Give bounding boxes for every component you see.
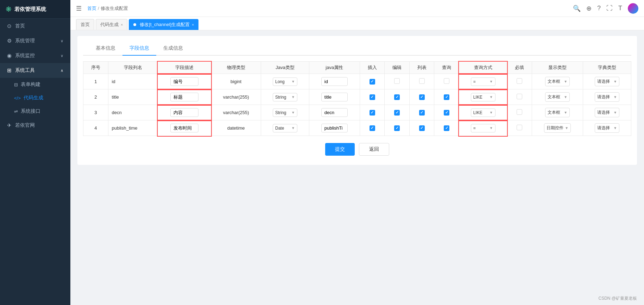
checkbox[interactable] [419,94,425,100]
font-icon[interactable]: T [618,5,622,12]
cell-list[interactable] [409,105,434,120]
cell-edit[interactable] [385,74,410,89]
select[interactable]: 请选择▼ [595,77,619,86]
form-tab-gen[interactable]: 生成信息 [156,42,190,56]
back-button[interactable]: 返回 [359,143,389,156]
cell-dict-type[interactable]: 请选择▼ [583,74,631,89]
select[interactable]: =▼ [471,77,495,86]
avatar[interactable] [628,3,638,14]
tab-code-gen-close[interactable]: × [121,23,123,27]
cell-dict-type[interactable]: 请选择▼ [583,89,631,105]
java-prop-input[interactable] [321,93,348,101]
cell-required[interactable] [507,89,532,105]
tab-modify-config[interactable]: 修改[t_channel]生成配置 × [129,19,198,30]
checkbox[interactable] [370,125,375,131]
cell-display-type[interactable]: 日期控件▼ [532,120,583,136]
checkbox[interactable] [370,110,375,116]
cell-query-mode[interactable]: LIKE▼ [459,89,507,105]
cell-display-type[interactable]: 文本框▼ [532,89,583,105]
checkbox[interactable] [444,78,449,84]
cell-query-mode[interactable]: =▼ [459,74,507,89]
menu-toggle-icon[interactable]: ☰ [76,5,82,12]
cell-query[interactable] [434,105,459,120]
fullscreen-icon[interactable]: ⛶ [606,5,613,12]
sidebar-item-ruoyi[interactable]: ✈ 若依官网 [0,118,70,133]
cell-java-type[interactable]: Long▼ [261,74,309,89]
checkbox[interactable] [444,125,449,131]
field-desc-input[interactable] [170,93,198,101]
sidebar-item-code-gen[interactable]: </> 代码生成 [0,91,70,105]
checkbox[interactable] [394,125,400,131]
sidebar-item-form-builder[interactable]: ⊟ 表单构建 [0,78,70,91]
select[interactable]: 日期控件▼ [544,123,571,133]
breadcrumb-home[interactable]: 首页 [87,5,96,12]
select[interactable]: String▼ [273,93,297,101]
checkbox[interactable] [444,94,449,100]
select[interactable]: LIKE▼ [471,93,495,101]
search-icon[interactable]: 🔍 [573,5,581,12]
cell-list[interactable] [409,89,434,105]
tab-code-gen[interactable]: 代码生成 × [96,19,127,30]
cell-insert[interactable] [360,120,385,136]
checkbox[interactable] [370,79,375,85]
help-icon[interactable]: ? [597,5,601,12]
cell-required[interactable] [507,74,532,89]
select[interactable]: LIKE▼ [471,108,495,117]
cell-query-mode[interactable]: LIKE▼ [459,105,507,120]
cell-insert[interactable] [360,89,385,105]
checkbox[interactable] [517,125,522,130]
select[interactable]: 文本框▼ [545,108,570,117]
form-tab-basic[interactable]: 基本信息 [89,42,122,56]
cell-query[interactable] [434,89,459,105]
cell-insert[interactable] [360,74,385,89]
sidebar-item-monitor[interactable]: ◉ 系统监控 ∨ [0,48,70,63]
checkbox[interactable] [394,94,400,100]
select[interactable]: 请选择▼ [595,123,619,133]
sidebar-item-system-api[interactable]: ⇌ 系统接口 [0,105,70,118]
select[interactable]: 请选择▼ [595,92,619,102]
cell-display-type[interactable]: 文本框▼ [532,105,583,120]
cell-edit[interactable] [385,105,410,120]
checkbox[interactable] [419,78,425,84]
checkbox[interactable] [370,94,375,100]
java-prop-input[interactable] [321,77,348,86]
checkbox[interactable] [419,125,425,131]
select[interactable]: Long▼ [273,77,297,86]
cell-edit[interactable] [385,120,410,136]
cell-edit[interactable] [385,89,410,105]
cell-insert[interactable] [360,105,385,120]
field-desc-input[interactable] [170,108,198,117]
sidebar-item-system[interactable]: ⚙ 系统管理 ∨ [0,33,70,48]
checkbox[interactable] [517,109,522,115]
cell-dict-type[interactable]: 请选择▼ [583,120,631,136]
field-desc-input[interactable] [170,124,198,132]
cell-required[interactable] [507,120,532,136]
sidebar-item-home[interactable]: ⊙ 首页 [0,19,70,33]
cell-query-mode[interactable]: =▼ [459,120,507,136]
sidebar-item-tools[interactable]: ⊞ 系统工具 ∧ [0,63,70,78]
tab-modify-config-close[interactable]: × [192,23,194,27]
select[interactable]: Date▼ [273,124,297,132]
cell-java-type[interactable]: String▼ [261,105,309,120]
checkbox[interactable] [419,110,425,116]
cell-java-type[interactable]: String▼ [261,89,309,105]
select[interactable]: 请选择▼ [595,108,619,117]
field-desc-input[interactable] [170,77,198,86]
tab-home[interactable]: 首页 [76,19,94,30]
select[interactable]: String▼ [273,108,297,117]
cell-display-type[interactable]: 文本框▼ [532,74,583,89]
submit-button[interactable]: 提交 [325,143,355,156]
cell-list[interactable] [409,120,434,136]
checkbox[interactable] [517,78,522,84]
github-icon[interactable]: ⊕ [586,5,592,12]
checkbox[interactable] [517,94,522,99]
checkbox[interactable] [394,110,400,116]
cell-query[interactable] [434,120,459,136]
select[interactable]: 文本框▼ [545,77,570,86]
cell-required[interactable] [507,105,532,120]
cell-list[interactable] [409,74,434,89]
checkbox[interactable] [444,110,449,116]
cell-dict-type[interactable]: 请选择▼ [583,105,631,120]
java-prop-input[interactable] [321,108,348,117]
select[interactable]: =▼ [471,124,495,132]
